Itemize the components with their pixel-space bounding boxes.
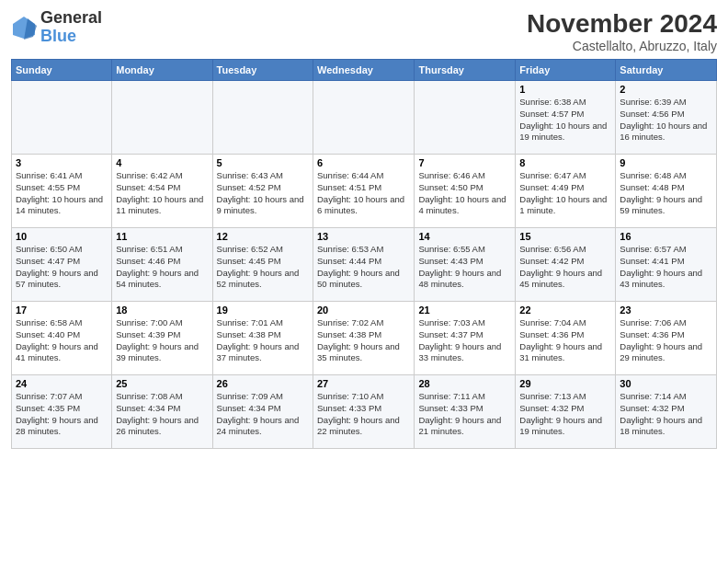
day-number: 8 bbox=[519, 157, 611, 168]
day-info: Sunrise: 7:01 AM Sunset: 4:38 PM Dayligh… bbox=[217, 317, 309, 364]
calendar-cell: 25Sunrise: 7:08 AM Sunset: 4:34 PM Dayli… bbox=[112, 375, 212, 449]
calendar-cell: 9Sunrise: 6:48 AM Sunset: 4:48 PM Daylig… bbox=[616, 155, 717, 228]
day-info: Sunrise: 6:48 AM Sunset: 4:48 PM Dayligh… bbox=[620, 170, 712, 217]
calendar-cell bbox=[415, 81, 516, 155]
day-number: 6 bbox=[317, 157, 410, 168]
day-number: 13 bbox=[317, 231, 410, 242]
day-info: Sunrise: 6:41 AM Sunset: 4:55 PM Dayligh… bbox=[16, 170, 108, 217]
day-number: 22 bbox=[519, 304, 611, 316]
day-number: 23 bbox=[620, 304, 712, 316]
calendar-cell: 12Sunrise: 6:52 AM Sunset: 4:45 PM Dayli… bbox=[212, 228, 313, 302]
day-info: Sunrise: 6:39 AM Sunset: 4:56 PM Dayligh… bbox=[620, 97, 712, 144]
calendar-cell: 28Sunrise: 7:11 AM Sunset: 4:33 PM Dayli… bbox=[415, 375, 516, 449]
calendar-cell bbox=[212, 81, 313, 155]
day-info: Sunrise: 6:43 AM Sunset: 4:52 PM Dayligh… bbox=[217, 170, 309, 217]
calendar-cell: 19Sunrise: 7:01 AM Sunset: 4:38 PM Dayli… bbox=[212, 302, 313, 375]
day-number: 15 bbox=[519, 231, 611, 242]
day-number: 30 bbox=[620, 378, 712, 389]
day-number: 24 bbox=[16, 378, 108, 389]
calendar-cell: 13Sunrise: 6:53 AM Sunset: 4:44 PM Dayli… bbox=[313, 228, 415, 302]
day-info: Sunrise: 6:53 AM Sunset: 4:44 PM Dayligh… bbox=[317, 244, 410, 291]
day-info: Sunrise: 7:00 AM Sunset: 4:39 PM Dayligh… bbox=[116, 317, 208, 364]
calendar-week-row: 3Sunrise: 6:41 AM Sunset: 4:55 PM Daylig… bbox=[12, 155, 717, 228]
day-info: Sunrise: 7:14 AM Sunset: 4:32 PM Dayligh… bbox=[620, 391, 712, 438]
day-info: Sunrise: 6:42 AM Sunset: 4:54 PM Dayligh… bbox=[116, 170, 208, 217]
day-number: 19 bbox=[217, 304, 309, 316]
calendar-cell: 4Sunrise: 6:42 AM Sunset: 4:54 PM Daylig… bbox=[112, 155, 212, 228]
logo-text: General Blue bbox=[40, 9, 102, 46]
calendar-cell: 11Sunrise: 6:51 AM Sunset: 4:46 PM Dayli… bbox=[112, 228, 212, 302]
calendar-cell: 16Sunrise: 6:57 AM Sunset: 4:41 PM Dayli… bbox=[616, 228, 717, 302]
day-number: 26 bbox=[217, 378, 309, 389]
calendar-cell: 29Sunrise: 7:13 AM Sunset: 4:32 PM Dayli… bbox=[516, 375, 616, 449]
calendar-cell: 20Sunrise: 7:02 AM Sunset: 4:38 PM Dayli… bbox=[313, 302, 415, 375]
weekday-header-friday: Friday bbox=[516, 60, 616, 81]
calendar-cell: 21Sunrise: 7:03 AM Sunset: 4:37 PM Dayli… bbox=[415, 302, 516, 375]
calendar-cell: 5Sunrise: 6:43 AM Sunset: 4:52 PM Daylig… bbox=[212, 155, 313, 228]
day-number: 16 bbox=[620, 231, 712, 242]
day-info: Sunrise: 7:11 AM Sunset: 4:33 PM Dayligh… bbox=[418, 391, 511, 438]
day-number: 11 bbox=[116, 231, 208, 242]
day-number: 9 bbox=[620, 157, 712, 168]
day-info: Sunrise: 6:50 AM Sunset: 4:47 PM Dayligh… bbox=[16, 244, 108, 291]
day-info: Sunrise: 6:58 AM Sunset: 4:40 PM Dayligh… bbox=[16, 317, 108, 364]
day-number: 4 bbox=[116, 157, 208, 168]
calendar-cell: 26Sunrise: 7:09 AM Sunset: 4:34 PM Dayli… bbox=[212, 375, 313, 449]
day-number: 18 bbox=[116, 304, 208, 316]
calendar-cell: 15Sunrise: 6:56 AM Sunset: 4:42 PM Dayli… bbox=[516, 228, 616, 302]
weekday-header-row: SundayMondayTuesdayWednesdayThursdayFrid… bbox=[12, 60, 717, 81]
day-number: 2 bbox=[620, 84, 712, 95]
day-info: Sunrise: 6:55 AM Sunset: 4:43 PM Dayligh… bbox=[418, 244, 511, 291]
day-info: Sunrise: 7:06 AM Sunset: 4:36 PM Dayligh… bbox=[620, 317, 712, 364]
calendar-cell: 18Sunrise: 7:00 AM Sunset: 4:39 PM Dayli… bbox=[112, 302, 212, 375]
day-number: 29 bbox=[519, 378, 611, 389]
day-number: 5 bbox=[217, 157, 309, 168]
calendar-cell: 6Sunrise: 6:44 AM Sunset: 4:51 PM Daylig… bbox=[313, 155, 415, 228]
weekday-header-thursday: Thursday bbox=[415, 60, 516, 81]
calendar-week-row: 17Sunrise: 6:58 AM Sunset: 4:40 PM Dayli… bbox=[12, 302, 717, 375]
day-number: 20 bbox=[317, 304, 410, 316]
calendar-cell: 23Sunrise: 7:06 AM Sunset: 4:36 PM Dayli… bbox=[616, 302, 717, 375]
weekday-header-wednesday: Wednesday bbox=[313, 60, 415, 81]
calendar-cell: 22Sunrise: 7:04 AM Sunset: 4:36 PM Dayli… bbox=[516, 302, 616, 375]
calendar-cell: 7Sunrise: 6:46 AM Sunset: 4:50 PM Daylig… bbox=[415, 155, 516, 228]
day-number: 7 bbox=[418, 157, 511, 168]
day-number: 17 bbox=[16, 304, 108, 316]
calendar-cell: 1Sunrise: 6:38 AM Sunset: 4:57 PM Daylig… bbox=[516, 81, 616, 155]
calendar-cell bbox=[12, 81, 112, 155]
calendar-cell: 17Sunrise: 6:58 AM Sunset: 4:40 PM Dayli… bbox=[12, 302, 112, 375]
page: General Blue November 2024 Castellalto, … bbox=[0, 0, 728, 563]
calendar-cell: 10Sunrise: 6:50 AM Sunset: 4:47 PM Dayli… bbox=[12, 228, 112, 302]
day-info: Sunrise: 6:52 AM Sunset: 4:45 PM Dayligh… bbox=[217, 244, 309, 291]
day-number: 12 bbox=[217, 231, 309, 242]
day-info: Sunrise: 7:02 AM Sunset: 4:38 PM Dayligh… bbox=[317, 317, 410, 364]
weekday-header-saturday: Saturday bbox=[616, 60, 717, 81]
calendar-cell: 27Sunrise: 7:10 AM Sunset: 4:33 PM Dayli… bbox=[313, 375, 415, 449]
day-info: Sunrise: 6:56 AM Sunset: 4:42 PM Dayligh… bbox=[519, 244, 611, 291]
calendar-cell: 30Sunrise: 7:14 AM Sunset: 4:32 PM Dayli… bbox=[616, 375, 717, 449]
calendar-cell bbox=[313, 81, 415, 155]
calendar-cell: 8Sunrise: 6:47 AM Sunset: 4:49 PM Daylig… bbox=[516, 155, 616, 228]
title-block: November 2024 Castellalto, Abruzzo, Ital… bbox=[527, 9, 717, 53]
day-info: Sunrise: 7:09 AM Sunset: 4:34 PM Dayligh… bbox=[217, 391, 309, 438]
weekday-header-sunday: Sunday bbox=[12, 60, 112, 81]
day-number: 28 bbox=[418, 378, 511, 389]
day-info: Sunrise: 7:03 AM Sunset: 4:37 PM Dayligh… bbox=[418, 317, 511, 364]
location: Castellalto, Abruzzo, Italy bbox=[527, 39, 717, 53]
day-number: 21 bbox=[418, 304, 511, 316]
day-number: 10 bbox=[16, 231, 108, 242]
calendar-cell: 2Sunrise: 6:39 AM Sunset: 4:56 PM Daylig… bbox=[616, 81, 717, 155]
day-info: Sunrise: 7:07 AM Sunset: 4:35 PM Dayligh… bbox=[16, 391, 108, 438]
calendar-week-row: 10Sunrise: 6:50 AM Sunset: 4:47 PM Dayli… bbox=[12, 228, 717, 302]
day-info: Sunrise: 6:47 AM Sunset: 4:49 PM Dayligh… bbox=[519, 170, 611, 217]
calendar-week-row: 1Sunrise: 6:38 AM Sunset: 4:57 PM Daylig… bbox=[12, 81, 717, 155]
day-info: Sunrise: 6:57 AM Sunset: 4:41 PM Dayligh… bbox=[620, 244, 712, 291]
day-info: Sunrise: 6:51 AM Sunset: 4:46 PM Dayligh… bbox=[116, 244, 208, 291]
logo-icon bbox=[11, 15, 37, 40]
day-info: Sunrise: 6:38 AM Sunset: 4:57 PM Dayligh… bbox=[519, 97, 611, 144]
day-number: 3 bbox=[16, 157, 108, 168]
calendar-cell: 14Sunrise: 6:55 AM Sunset: 4:43 PM Dayli… bbox=[415, 228, 516, 302]
day-number: 14 bbox=[418, 231, 511, 242]
header: General Blue November 2024 Castellalto, … bbox=[11, 9, 717, 53]
day-info: Sunrise: 7:04 AM Sunset: 4:36 PM Dayligh… bbox=[519, 317, 611, 364]
